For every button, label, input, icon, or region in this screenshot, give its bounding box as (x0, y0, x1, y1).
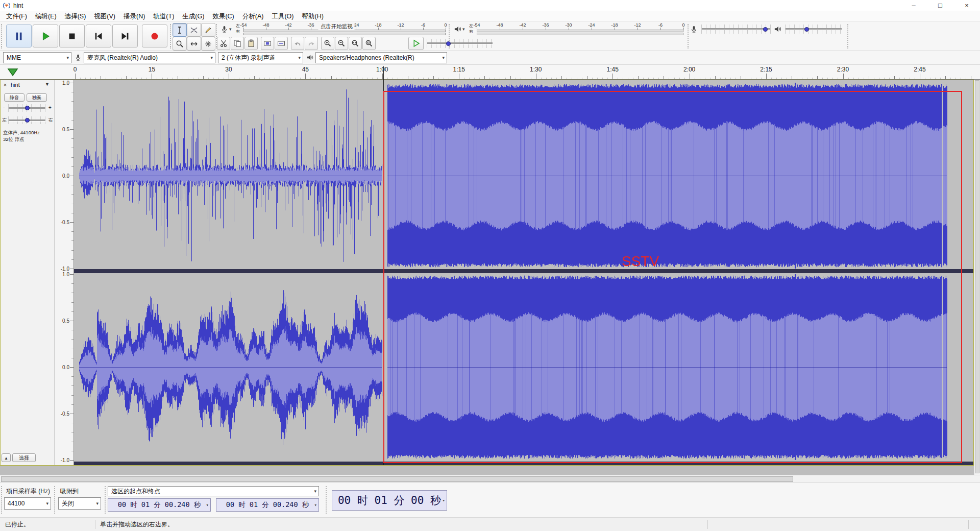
stop-button[interactable] (59, 25, 85, 47)
zoom-selection-button[interactable] (349, 37, 362, 50)
horizontal-scrollbar[interactable] (0, 475, 980, 482)
undo-button[interactable] (291, 37, 304, 50)
menu-item[interactable]: 工具(O) (267, 11, 298, 22)
menu-item[interactable]: 编辑(E) (31, 11, 61, 22)
skip-to-start-button[interactable] (86, 25, 111, 47)
copy-button[interactable] (231, 37, 244, 50)
maximize-button[interactable]: □ (927, 0, 953, 11)
timeline-ruler[interactable]: 01530451:001:151:301:452:002:152:302:45 (0, 65, 980, 80)
zoom-in-button[interactable] (321, 37, 334, 50)
paste-button[interactable] (244, 37, 258, 50)
project-rate-select[interactable]: 44100 ▾ (4, 497, 51, 510)
timeline-tick (393, 78, 393, 79)
zoom-out-button[interactable] (335, 37, 348, 50)
menu-item[interactable]: 生成(G) (178, 11, 208, 22)
multi-tool-button[interactable] (201, 37, 215, 51)
track-collapse-button[interactable]: ▴ (2, 453, 11, 462)
audio-host-select[interactable]: MME ▾ (3, 52, 71, 63)
track-select-button[interactable]: 选择 (12, 453, 36, 462)
play-button[interactable] (33, 25, 58, 47)
trim-outside-selection-button[interactable] (261, 37, 274, 50)
recording-meter[interactable]: ▾ 左 右 点击开始监视 -54-48-42-36-30-24-18-12-60 (219, 22, 449, 36)
menu-item[interactable]: 帮助(H) (298, 11, 327, 22)
minimize-button[interactable]: – (900, 0, 927, 11)
timeline-tick (771, 78, 772, 79)
vertical-ruler[interactable]: 1.00.50.0-0.5-1.01.00.50.0-0.5-1.0 (55, 80, 74, 466)
menu-item[interactable]: 轨道(T) (149, 11, 178, 22)
zoom-project-button[interactable] (362, 37, 376, 50)
recording-device-select[interactable]: 麦克风 (Realtek(R) Audio) ▾ (84, 52, 215, 63)
toolbar-grip[interactable] (170, 24, 172, 49)
toolbar-grip[interactable] (1, 24, 3, 49)
chevron-down-icon: ▾ (314, 502, 317, 508)
mute-button[interactable]: 静音 (4, 93, 24, 102)
playback-device-select[interactable]: Speakers/Headphones (Realtek(R) ▾ (315, 52, 447, 63)
slider-thumb[interactable] (25, 106, 30, 110)
pause-button[interactable] (6, 25, 32, 47)
playback-meter-bar-left (477, 30, 683, 32)
record-volume-slider[interactable] (701, 25, 771, 34)
horizontal-scrollbar-thumb[interactable] (1, 476, 793, 482)
pan-left-label: 左 (2, 117, 7, 124)
toolbar-grip[interactable] (847, 24, 849, 49)
snap-to-select[interactable]: 关闭 ▾ (58, 497, 101, 510)
toolbar-grip[interactable] (1, 486, 3, 514)
toolbar-grip[interactable] (688, 24, 690, 49)
envelope-tool-button[interactable] (187, 23, 201, 37)
slider-thumb[interactable] (446, 41, 451, 46)
waveform-canvas[interactable] (74, 80, 974, 466)
timeline-tick (270, 78, 270, 79)
redo-button[interactable] (305, 37, 318, 50)
zoom-tool-button[interactable] (173, 37, 187, 51)
menu-item[interactable]: 视图(V) (90, 11, 119, 22)
menu-item[interactable]: 选择(S) (61, 11, 90, 22)
vertical-scrollbar[interactable] (974, 80, 980, 475)
slider-thumb[interactable] (763, 27, 768, 32)
zoom-tool-icon (176, 40, 184, 48)
playback-meter-dropdown-icon[interactable]: ▾ (462, 27, 465, 32)
slider-thumb[interactable] (25, 118, 30, 123)
close-button[interactable]: × (953, 0, 980, 11)
play-speed-slider[interactable] (427, 39, 493, 48)
gain-slider[interactable] (8, 104, 46, 112)
toolbar-grip[interactable] (105, 486, 107, 514)
record-meter-dropdown-icon[interactable]: ▾ (229, 27, 232, 32)
pan-slider[interactable] (8, 116, 46, 124)
vertical-ruler-tick (71, 157, 74, 158)
record-meter-monitor-hint[interactable]: 点击开始监视 (318, 23, 355, 30)
menu-item[interactable]: 效果(C) (208, 11, 238, 22)
cut-button[interactable] (217, 37, 230, 50)
timeline-tick (90, 78, 91, 79)
record-button[interactable] (142, 25, 167, 47)
recording-channels-select[interactable]: 2 (立体声) 录制声道 ▾ (218, 52, 303, 63)
slider-thumb[interactable] (804, 27, 809, 32)
pinned-play-head-icon[interactable] (7, 68, 18, 77)
cut-icon (219, 39, 228, 47)
selection-tool-button[interactable] (173, 23, 187, 37)
meter-tick (500, 28, 500, 30)
menu-item[interactable]: 分析(A) (238, 11, 268, 22)
track-title[interactable]: hint (11, 82, 20, 88)
playback-volume-slider[interactable] (785, 25, 842, 34)
menu-item[interactable]: 文件(F) (2, 11, 31, 22)
play-at-speed-button[interactable] (408, 37, 424, 50)
transport-state-text: 已停止。 (5, 518, 30, 531)
track-close-button[interactable]: × (2, 81, 9, 88)
playback-meter[interactable]: ▾ 左 右 -54-48-42-36-30-24-18-12-60 (452, 22, 687, 36)
selection-start-field[interactable]: 00 时 01 分 00.240 秒 ▾ (108, 498, 211, 512)
vertical-scrollbar-thumb[interactable] (975, 80, 979, 473)
selection-end-field[interactable]: 00 时 01 分 00.240 秒 ▾ (216, 498, 319, 512)
time-shift-tool-button[interactable] (187, 37, 201, 51)
toolbar-grip[interactable] (326, 486, 328, 514)
project-rate-value: 44100 (8, 500, 24, 507)
track-menu-icon[interactable]: ▼ (45, 82, 50, 87)
selection-format-select[interactable]: 选区的起点和终点 ▾ (108, 486, 319, 496)
solo-button[interactable]: 独奏 (27, 93, 47, 102)
menu-item[interactable]: 播录(N) (119, 11, 149, 22)
audio-position-field[interactable]: 00 时 01 分 00 秒 ▾ (332, 490, 447, 511)
skip-to-end-button[interactable] (112, 25, 138, 47)
meter-tick-label: -42 (519, 22, 526, 28)
silence-selection-button[interactable] (275, 37, 288, 50)
toolbar-grip[interactable] (54, 486, 56, 514)
draw-tool-button[interactable] (201, 23, 215, 37)
